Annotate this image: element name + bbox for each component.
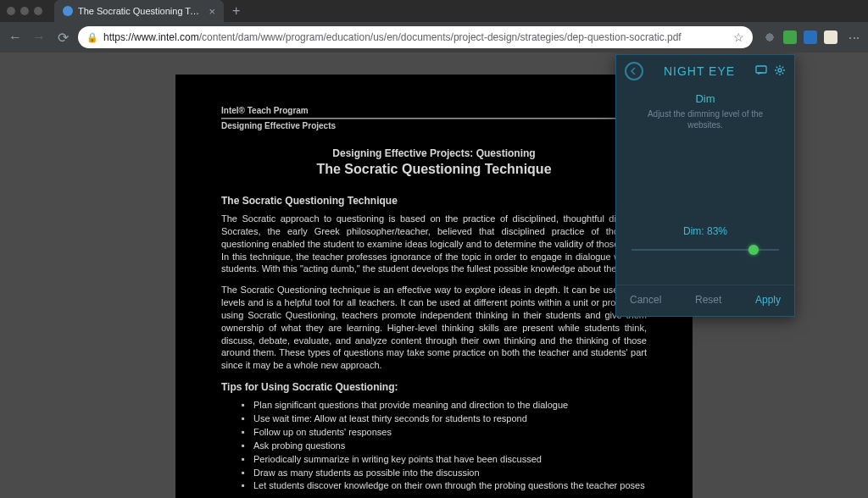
list-item: Use wait time: Allow at least thirty sec… xyxy=(242,412,647,425)
svg-point-1 xyxy=(778,69,782,72)
extension-evernote-icon[interactable] xyxy=(783,30,797,44)
dim-suffix: % xyxy=(718,225,727,237)
pdf-heading-2: Tips for Using Socratic Questioning: xyxy=(221,380,647,394)
list-item: Follow up on students' responses xyxy=(242,426,647,439)
popup-section-desc: Adjust the dimming level of the websites… xyxy=(616,108,794,130)
list-item: Let students discover knowledge on their… xyxy=(242,479,647,492)
dim-percent: 83 xyxy=(707,225,718,237)
url-path: /content/dam/www/program/education/us/en… xyxy=(199,31,682,43)
lock-icon: 🔒 xyxy=(86,32,98,43)
pdf-header-line1: Intel® Teach Program xyxy=(221,105,647,119)
extension-tray xyxy=(760,30,841,44)
apply-button[interactable]: Apply xyxy=(755,294,781,306)
bookmark-star-icon[interactable]: ☆ xyxy=(733,30,744,44)
pdf-overline: Designing Effective Projects: Questionin… xyxy=(221,147,647,160)
popup-actions: Cancel Reset Apply xyxy=(616,285,794,316)
window-controls xyxy=(7,7,42,15)
browser-tab[interactable]: The Socratic Questioning Tech × xyxy=(54,0,224,22)
pdf-paragraph: The Socratic approach to questioning is … xyxy=(221,213,647,275)
address-bar[interactable]: 🔒 https://www.intel.com/content/dam/www/… xyxy=(78,26,753,48)
list-item: Ask probing questions xyxy=(242,440,647,452)
new-tab-button[interactable]: + xyxy=(224,3,248,19)
reset-button[interactable]: Reset xyxy=(695,294,721,306)
list-item: Periodically summarize in writing key po… xyxy=(242,453,647,466)
dim-prefix: Dim: xyxy=(683,225,707,237)
forward-button[interactable]: → xyxy=(31,30,47,45)
pdf-heading-1: The Socratic Questioning Technique xyxy=(221,194,647,208)
extension-settings-icon[interactable] xyxy=(804,30,817,44)
popup-body: Dim: 83% xyxy=(616,130,794,285)
profile-avatar-icon[interactable] xyxy=(824,30,837,44)
popup-brand: NIGHT EYE xyxy=(650,64,748,78)
back-button[interactable]: ← xyxy=(7,30,24,45)
slider-thumb[interactable] xyxy=(748,245,759,255)
feedback-icon[interactable] xyxy=(755,64,767,79)
window-close-icon[interactable] xyxy=(7,7,15,15)
tab-title: The Socratic Questioning Tech xyxy=(78,6,203,16)
pdf-tips-list: Plan significant questions that provide … xyxy=(221,399,647,492)
nighteye-popup: NIGHT EYE Dim Adjust the dimming level o… xyxy=(615,54,795,317)
list-item: Plan significant questions that provide … xyxy=(242,399,647,412)
dim-slider[interactable] xyxy=(632,244,779,256)
browser-toolbar: ← → ⟳ 🔒 https://www.intel.com/content/da… xyxy=(0,22,868,53)
close-tab-icon[interactable]: × xyxy=(209,6,215,17)
tab-favicon-icon xyxy=(63,6,73,16)
popup-header: NIGHT EYE xyxy=(616,55,794,86)
browser-menu-button[interactable]: ⋮ xyxy=(848,32,861,42)
window-zoom-icon[interactable] xyxy=(34,7,42,15)
extension-nighteye-icon[interactable] xyxy=(763,30,776,44)
list-item: Draw as many students as possible into t… xyxy=(242,467,647,479)
pdf-title: The Socratic Questioning Technique xyxy=(221,160,647,179)
browser-viewport: Intel® Teach Program Designing Effective… xyxy=(0,53,868,498)
url-host: https://www.intel.com xyxy=(103,31,199,43)
window-titlebar: The Socratic Questioning Tech × + xyxy=(0,0,868,22)
gear-icon[interactable] xyxy=(774,64,786,79)
window-minimize-icon[interactable] xyxy=(20,7,29,15)
pdf-paragraph: The Socratic Questioning technique is an… xyxy=(221,284,647,372)
popup-back-icon[interactable] xyxy=(625,62,643,80)
cancel-button[interactable]: Cancel xyxy=(630,294,661,306)
popup-section-title: Dim xyxy=(616,92,794,105)
svg-rect-0 xyxy=(756,66,766,73)
dim-value-label: Dim: 83% xyxy=(632,225,779,237)
reload-button[interactable]: ⟳ xyxy=(54,30,71,46)
pdf-header-line2: Designing Effective Projects xyxy=(221,119,647,132)
